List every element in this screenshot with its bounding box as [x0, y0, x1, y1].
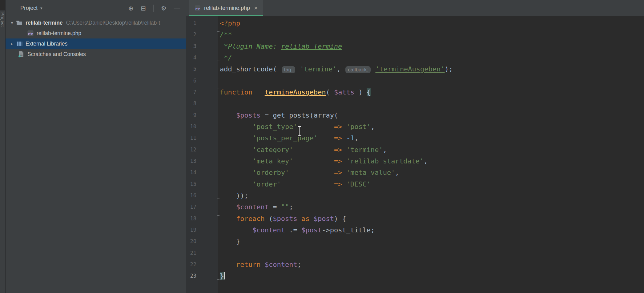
code-text: function termineAusgeben( $atts ) { [220, 86, 371, 98]
line-number: 4 [186, 52, 196, 63]
editor-tab-relilab-termine-php[interactable]: php relilab-termine.php × [189, 0, 263, 16]
code-line-15[interactable]: 15 'order' => 'DESC' [186, 179, 644, 190]
scratches-icon [18, 51, 25, 58]
code-line-1[interactable]: 1<?php [186, 18, 644, 29]
line-number: 20 [186, 236, 196, 247]
code-text: foreach ($posts as $post) { [220, 213, 346, 224]
code-line-11[interactable]: 11 'posts_per_page' => -1, [186, 132, 644, 144]
tree-item-relilab-termine-folder[interactable]: ▾relilab-termineC:\Users\Daniel\Desktop\… [6, 18, 186, 28]
close-tab-icon[interactable]: × [254, 4, 258, 12]
tree-item-label: relilab-termine [26, 20, 63, 26]
fold-zone [196, 259, 220, 270]
project-stripe-label[interactable]: Project [0, 12, 5, 27]
tab-label: relilab-termine.php [204, 5, 250, 11]
line-number: 11 [186, 132, 196, 144]
fold-zone [196, 75, 220, 86]
code-line-19[interactable]: 19 $content .= $post->post_title; [186, 224, 644, 236]
code-line-6[interactable]: 6 [186, 75, 644, 86]
tree-item-relilab-termine-php[interactable]: phprelilab-termine.php [6, 28, 186, 38]
fold-marker-icon[interactable] [217, 195, 219, 199]
code-editor[interactable]: 1<?php2/**3 *Plugin Name: relilab Termin… [186, 16, 644, 293]
project-view-label: Project [20, 5, 38, 11]
svg-text:php: php [195, 7, 200, 10]
code-text: <?php [220, 18, 240, 29]
stripe-corner [0, 0, 5, 10]
code-line-13[interactable]: 13 'meta_key' => 'relilab_startdate', [186, 155, 644, 167]
code-line-14[interactable]: 14 'orderby' => 'meta_value', [186, 167, 644, 178]
project-tool-window: Project ▾ ⊕⊟⚙— ▾relilab-termineC:\Users\… [6, 0, 186, 293]
fold-zone [196, 190, 220, 201]
code-text: */ [220, 52, 232, 63]
line-number: 21 [186, 247, 196, 259]
php-file-icon: php [27, 30, 34, 37]
gear-icon[interactable]: ⚙ [161, 5, 167, 11]
code-line-9[interactable]: 9 $posts = get_posts(array( [186, 110, 644, 121]
code-text: $posts = get_posts(array( [220, 110, 338, 121]
chevron-down-icon: ▾ [40, 6, 42, 10]
code-line-21[interactable]: 21 [186, 247, 644, 259]
toolbar-divider [153, 5, 154, 12]
fold-zone [196, 98, 220, 109]
line-number: 14 [186, 167, 196, 178]
code-line-5[interactable]: 5add_shortcode( tag: 'termine', callback… [186, 63, 644, 75]
project-view-dropdown[interactable]: Project ▾ [20, 5, 42, 11]
line-number: 17 [186, 201, 196, 213]
fold-marker-icon[interactable] [217, 58, 219, 61]
fold-marker-icon[interactable] [217, 242, 219, 245]
fold-marker-icon[interactable] [217, 89, 219, 92]
fold-zone [196, 236, 220, 247]
editor-tab-bar: php relilab-termine.php × [186, 0, 644, 16]
code-text: /** [220, 29, 232, 40]
code-line-10[interactable]: 10 'post_type' => 'post', [186, 121, 644, 132]
code-line-18[interactable]: 18 foreach ($posts as $post) { [186, 213, 644, 224]
fold-marker-icon[interactable] [217, 215, 219, 219]
chevron-right-icon[interactable]: ▸ [8, 41, 16, 46]
code-line-17[interactable]: 17 $content = ""; [186, 201, 644, 213]
code-text: 'posts_per_page' => -1, [220, 132, 358, 144]
tree-item-scratches-and-consoles[interactable]: Scratches and Consoles [6, 49, 186, 59]
code-line-7[interactable]: 7function termineAusgeben( $atts ) { [186, 86, 644, 98]
code-text: )); [220, 190, 248, 201]
fold-zone [196, 18, 220, 29]
fold-zone [196, 270, 220, 282]
fold-zone [196, 86, 220, 98]
code-line-2[interactable]: 2/** [186, 29, 644, 40]
line-number: 15 [186, 179, 196, 190]
fold-zone [196, 52, 220, 63]
fold-zone [196, 121, 220, 132]
chevron-down-icon[interactable]: ▾ [8, 20, 16, 25]
code-line-23[interactable]: 23} [186, 270, 644, 282]
fold-zone [196, 63, 220, 75]
code-line-22[interactable]: 22 return $content; [186, 259, 644, 270]
tree-item-label: External Libraries [26, 41, 67, 47]
hide-panel-icon[interactable]: — [174, 5, 180, 11]
code-line-3[interactable]: 3 *Plugin Name: relilab Termine [186, 41, 644, 52]
fold-zone [196, 247, 220, 259]
code-line-4[interactable]: 4 */ [186, 52, 644, 63]
code-line-12[interactable]: 12 'category' => 'termine', [186, 144, 644, 155]
fold-zone [196, 213, 220, 224]
tree-item-label: relilab-termine.php [37, 30, 81, 37]
fold-marker-icon[interactable] [217, 31, 219, 35]
tree-item-external-libraries[interactable]: ▸External Libraries [6, 38, 186, 49]
code-text: 'order' => 'DESC' [220, 179, 371, 190]
line-number: 3 [186, 41, 196, 52]
code-line-8[interactable]: 8 [186, 98, 644, 109]
line-number: 9 [186, 110, 196, 121]
line-number: 23 [186, 270, 196, 282]
line-number: 2 [186, 29, 196, 40]
fold-zone [196, 167, 220, 178]
code-line-16[interactable]: 16 )); [186, 190, 644, 201]
code-line-20[interactable]: 20 } [186, 236, 644, 247]
line-number: 13 [186, 155, 196, 167]
line-number: 8 [186, 98, 196, 109]
mouse-ibeam-cursor [296, 126, 302, 136]
line-number: 18 [186, 213, 196, 224]
code-text: } [220, 270, 225, 282]
collapse-all-icon[interactable]: ⊟ [141, 5, 146, 11]
fold-marker-icon[interactable] [217, 112, 219, 115]
fold-zone [196, 201, 220, 213]
fold-marker-icon[interactable] [217, 276, 219, 280]
code-text: 'category' => 'termine', [220, 144, 387, 155]
locate-file-icon[interactable]: ⊕ [128, 5, 134, 11]
